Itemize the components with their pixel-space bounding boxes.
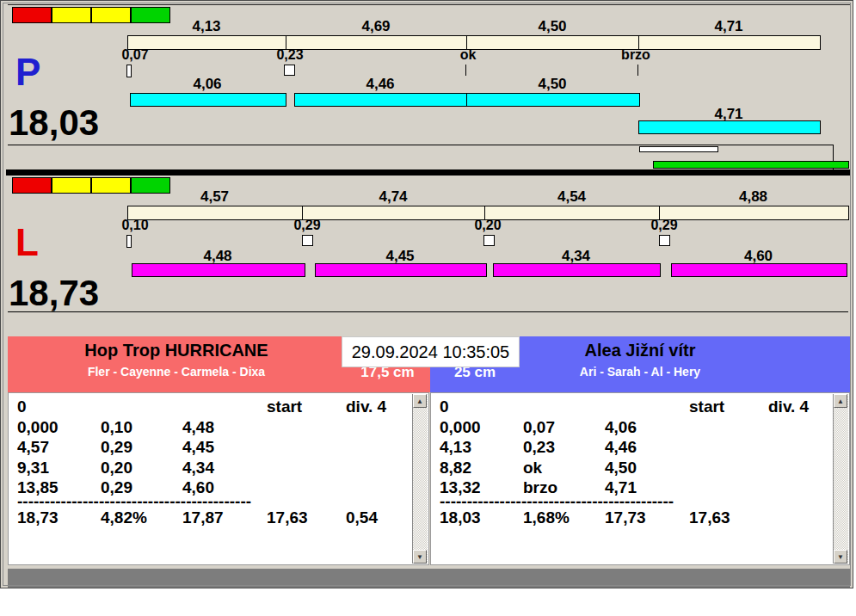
scrollbar-down-button[interactable]: ▼ [834,550,847,564]
timing-window: P 18,03 4,134,694,504,710,070,23okbrzo4,… [0,0,853,588]
scroll-down-icon: ▼ [416,553,423,561]
table-cell: 17,63 [689,509,730,527]
table-cell: 0,54 [346,509,378,527]
changeover-label: 0,23 [276,48,303,62]
dog-time-bar [294,93,468,107]
scroll-down-icon: ▼ [837,553,844,561]
dog-time-bar [638,120,821,134]
split-time-label: 4,71 [714,19,742,34]
table-cell: 4,50 [605,459,637,477]
table-cell: 4,13 [440,439,471,456]
table-cell: div. 4 [768,398,809,416]
table-cell: 4,34 [182,459,214,477]
start-light-block [12,177,52,194]
screenshot-page: P 18,03 4,134,694,504,710,070,23okbrzo4,… [0,0,856,616]
start-light-block [131,177,170,194]
table-cell: 8,82 [440,459,471,477]
results-table-right: 0startdiv. 40,0000,074,064,130,234,468,8… [430,392,850,565]
scrollbar[interactable]: ▲ ▼ [412,394,428,564]
dog-names: Fler - Cayenne - Carmela - Dixa [8,365,345,379]
table-cell: 18,03 [440,509,481,527]
start-light-block [131,7,170,23]
dog-time-bar [671,263,847,277]
changeover-marker [465,65,466,76]
start-light-block [91,177,131,194]
table-cell: 0 [440,398,449,416]
lane-p-panel: P 18,03 4,134,694,504,710,070,23okbrzo4,… [8,4,850,145]
changeover-label: ok [460,48,477,62]
scrollbar-up-button[interactable]: ▲ [834,394,847,408]
start-light-block [52,7,91,23]
dog-time-label: 4,60 [744,249,773,263]
split-time-label: 4,50 [538,19,566,34]
start-light-block [91,7,131,23]
lane-p-letter: P [15,53,40,91]
changeover-label: 0,20 [474,219,501,232]
dog-time-bar [315,263,487,277]
progress-marker-white [639,146,718,152]
table-cell: 0 [17,398,27,416]
team-header-band: Hop Trop HURRICANE Fler - Cayenne - Carm… [8,336,850,392]
changeover-marker [284,65,295,76]
dog-time-label: 4,48 [203,249,231,263]
split-bar-segment [302,206,486,220]
lane-l-letter: L [15,224,39,262]
scrollbar[interactable]: ▲ ▼ [833,394,848,564]
split-bar-segment [484,206,661,220]
changeover-marker [659,235,670,246]
changeover-label: 0,07 [121,48,148,62]
scroll-up-icon: ▲ [416,397,423,405]
results-table-left: 0startdiv. 40,0000,104,484,570,294,459,3… [8,392,429,565]
dog-time-bar [466,93,640,107]
status-bar [8,569,850,588]
changeover-marker [302,235,313,246]
table-cell: 17,87 [182,509,224,527]
table-cell: 0,000 [17,419,59,436]
table-cell: 0,23 [523,439,555,456]
split-bar-segment [659,206,849,220]
dog-time-bar [130,93,286,107]
table-cell: 4,57 [17,439,49,456]
changeover-label: 0,10 [121,219,148,232]
dog-time-label: 4,71 [714,107,742,121]
changeover-marker [126,65,132,77]
scrollbar-down-button[interactable]: ▼ [413,550,427,564]
table-cell: 0,10 [101,419,132,436]
lane-p-total-time: 18,03 [9,105,99,141]
table-cell: start [689,398,724,416]
changeover-marker [483,235,495,246]
table-cell: 4,82% [101,509,147,527]
table-cell: 0,07 [523,419,555,436]
table-cell: 18,73 [17,509,59,527]
start-light-block [52,177,91,194]
start-lights [12,7,170,23]
start-light-block [12,7,52,23]
table-cell: 1,68% [523,509,570,527]
changeover-label: brzo [621,48,650,62]
dog-time-bar [132,263,305,277]
table-cell: ok [523,459,542,477]
split-time-label: 4,13 [192,19,220,34]
table-cell: 0,20 [101,459,132,477]
dog-time-label: 4,06 [193,77,221,91]
table-cell: 9,31 [17,459,49,477]
table-cell: 17,73 [605,509,646,527]
table-cell: 4,06 [605,419,637,436]
split-bar-segment [127,35,287,50]
split-bar-segment [466,35,640,50]
table-cell: 17,63 [267,509,308,527]
split-time-label: 4,74 [379,189,407,204]
changeover-label: 0,29 [650,219,677,232]
running-dog-progress-bar [653,161,849,169]
dog-time-label: 4,50 [538,77,566,91]
split-bar-segment [286,35,468,50]
split-time-label: 4,69 [361,19,390,34]
scrollbar-up-button[interactable]: ▲ [413,394,427,408]
changeover-marker [126,235,132,248]
team-name: Hop Trop HURRICANE [8,341,345,360]
results-table-body: 0startdiv. 40,0000,104,484,570,294,459,3… [9,393,428,564]
table-cell: div. 4 [346,398,386,416]
dog-time-label: 4,34 [562,249,590,263]
split-bar-segment [127,206,304,220]
dog-time-bar [493,263,661,277]
